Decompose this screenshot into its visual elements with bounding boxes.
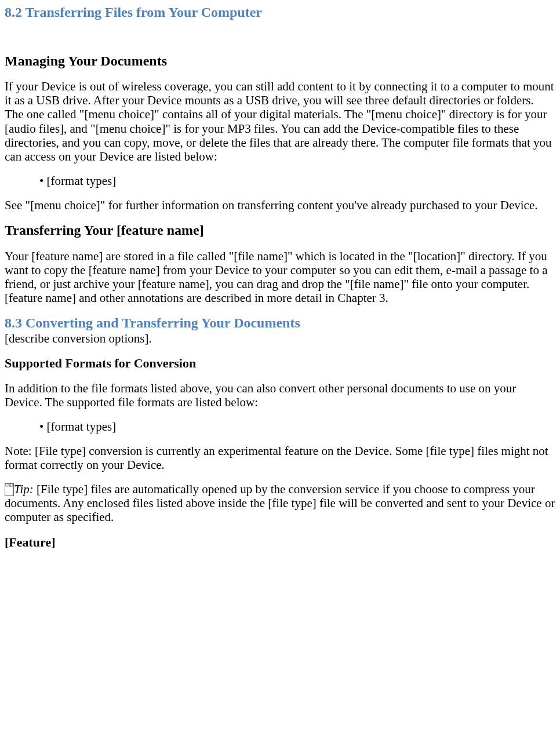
format-types-bullet-2: • [format types] [5, 420, 555, 434]
feature-heading: [Feature] [5, 535, 555, 549]
see-menu-choice-paragraph: See "[menu choice]" for further informat… [5, 198, 555, 212]
tip-paragraph: OBJTip: [File type] files are automatica… [5, 482, 555, 524]
format-types-bullet-1: • [format types] [5, 174, 555, 188]
section-8-2-heading: 8.2 Transferring Files from Your Compute… [5, 5, 555, 21]
tip-label: Tip: [14, 482, 34, 496]
transferring-feature-paragraph: Your [feature name] are stored in a file… [5, 249, 555, 305]
note-paragraph: Note: [File type] conversion is currentl… [5, 444, 555, 472]
section-8-3-heading: 8.3 Converting and Transferring Your Doc… [5, 315, 555, 332]
managing-documents-heading: Managing Your Documents [5, 53, 555, 70]
tip-icon: OBJ [5, 483, 14, 496]
managing-documents-paragraph: If your Device is out of wireless covera… [5, 79, 555, 163]
transferring-feature-heading: Transferring Your [feature name] [5, 223, 555, 239]
supported-formats-heading: Supported Formats for Conversion [5, 356, 555, 370]
tip-body: [File type] files are automatically open… [5, 482, 555, 524]
conversion-options-line: [describe conversion options]. [5, 332, 555, 345]
supported-formats-paragraph: In addition to the file formats listed a… [5, 381, 555, 409]
